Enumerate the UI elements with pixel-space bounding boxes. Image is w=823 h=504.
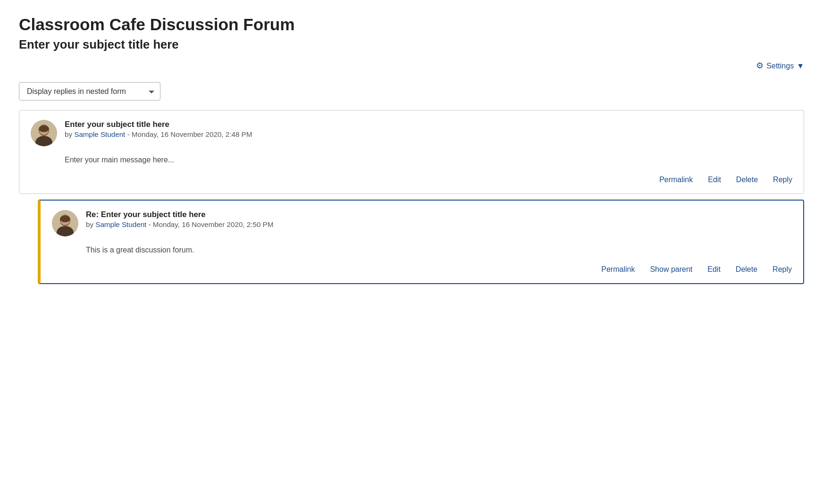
reply-post-actions: Permalink Show parent Edit Delete Reply — [52, 265, 792, 274]
post-card: Enter your subject title here by Sample … — [19, 110, 804, 194]
post-body: Enter your main message here... — [65, 154, 792, 166]
post-subject: Enter your subject title here — [65, 120, 252, 129]
svg-point-4 — [39, 126, 49, 132]
reply-edit-link[interactable]: Edit — [707, 265, 721, 274]
reply-post-card: Re: Enter your subject title here by Sam… — [38, 200, 804, 285]
reply-permalink-link[interactable]: Permalink — [601, 265, 635, 274]
post-actions: Permalink Edit Delete Reply — [31, 176, 792, 184]
settings-bar: ⚙ Settings ▼ — [19, 61, 804, 71]
post-byline: by Sample Student - Monday, 16 November … — [65, 130, 252, 138]
avatar — [31, 120, 57, 146]
reply-link[interactable]: Reply — [773, 176, 792, 184]
svg-point-9 — [60, 216, 70, 222]
reply-reply-link[interactable]: Reply — [773, 265, 792, 274]
reply-post-subject: Re: Enter your subject title here — [86, 210, 273, 219]
reply-post-body: This is a great discussion forum. — [86, 244, 792, 256]
post-header: Enter your subject title here by Sample … — [31, 120, 792, 146]
reply-post-meta: Re: Enter your subject title here by Sam… — [86, 210, 273, 228]
reply-post-byline: by Sample Student - Monday, 16 November … — [86, 220, 273, 228]
delete-link[interactable]: Delete — [736, 176, 758, 184]
reply-post-header: Re: Enter your subject title here by Sam… — [52, 210, 792, 236]
reply-post-author-link[interactable]: Sample Student — [95, 220, 146, 228]
post-meta: Enter your subject title here by Sample … — [65, 120, 252, 138]
display-mode-select-wrapper: Display replies in nested form Display r… — [19, 82, 804, 101]
reply-avatar — [52, 210, 78, 236]
edit-link[interactable]: Edit — [708, 176, 721, 184]
show-parent-link[interactable]: Show parent — [650, 265, 692, 274]
post-author-link[interactable]: Sample Student — [74, 130, 125, 138]
chevron-down-icon: ▼ — [797, 62, 804, 70]
settings-label: Settings — [766, 62, 794, 70]
display-mode-select[interactable]: Display replies in nested form Display r… — [19, 82, 160, 101]
gear-icon: ⚙ — [756, 61, 764, 71]
settings-button[interactable]: ⚙ Settings ▼ — [756, 61, 804, 71]
subject-title: Enter your subject title here — [19, 38, 804, 51]
page-title: Classroom Cafe Discussion Forum — [19, 15, 804, 34]
permalink-link[interactable]: Permalink — [659, 176, 693, 184]
reply-delete-link[interactable]: Delete — [736, 265, 757, 274]
